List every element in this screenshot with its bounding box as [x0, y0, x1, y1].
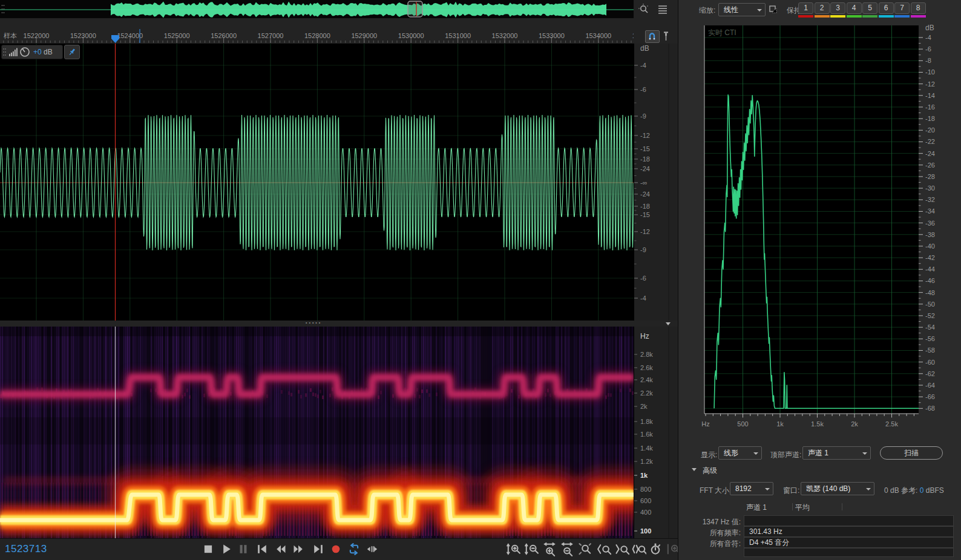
ruler-tick-label: 1534000 [585, 32, 611, 39]
cell-all-frequencies: 301.43 Hz [744, 526, 954, 537]
divider-collapse-icon[interactable] [666, 322, 671, 325]
ruler-tick-label: 1527000 [258, 32, 284, 39]
advanced-section-toggle[interactable]: 高级 [703, 466, 717, 476]
hold-button-3[interactable]: 3 [830, 2, 845, 14]
cell-value-at-freq [744, 515, 954, 526]
skip-end-icon [310, 541, 326, 557]
waveform-view[interactable] [0, 44, 634, 321]
overview-strip[interactable] [0, 0, 634, 18]
timer-button[interactable] [648, 541, 663, 557]
row-label-all-notes: 所有音符: [678, 539, 741, 549]
db-tick-label: -20 [925, 126, 935, 134]
scan-button[interactable]: 扫描 [880, 446, 943, 460]
advanced-chevron-icon[interactable] [692, 468, 697, 471]
play-button[interactable] [218, 541, 234, 557]
hold-button-5[interactable]: 5 [862, 2, 877, 14]
db-scale-label: -6 [640, 86, 646, 93]
skip-end-button[interactable] [310, 541, 326, 557]
hz-scale-label: 2.2k [640, 389, 653, 397]
hz-scale-label: 1.8k [640, 418, 653, 425]
timeline-ruler[interactable]: 样本15220001523000152400015250001526000152… [0, 29, 634, 44]
grip-icon[interactable] [1, 4, 5, 16]
levels-icon[interactable] [8, 47, 19, 57]
stop-button[interactable] [200, 541, 216, 557]
hz-scale-label: 100 [640, 527, 651, 535]
hold-button-7[interactable]: 7 [894, 2, 910, 14]
pause-icon [235, 541, 251, 557]
marker-pin-icon[interactable] [661, 30, 672, 42]
db-scale-label: -4 [640, 295, 646, 302]
db-tick-label: -18 [925, 115, 935, 122]
playhead-handle[interactable] [111, 35, 119, 43]
transport-bar: 1523713 [0, 538, 678, 560]
divider-handle-icon[interactable]: ••••• [306, 321, 322, 325]
zoom-in-horizontal-button[interactable] [542, 541, 557, 557]
snapping-toggle[interactable] [645, 30, 660, 43]
fast-forward-button[interactable] [290, 541, 306, 557]
knob-icon[interactable] [19, 46, 31, 58]
scale-mode-dropdown[interactable]: 线性 [718, 3, 766, 16]
skip-start-icon [254, 541, 270, 557]
hold-button-6[interactable]: 6 [879, 2, 894, 14]
db-tick-label: -64 [925, 382, 935, 389]
skip-start-button[interactable] [254, 541, 270, 557]
spectrogram-view[interactable] [0, 327, 634, 538]
loop-playback-button[interactable] [346, 541, 362, 557]
skip-selection-icon [364, 541, 380, 557]
hold-button-1[interactable]: 1 [798, 2, 813, 14]
display-dropdown[interactable]: 线形 [718, 446, 762, 460]
stop-icon [200, 541, 216, 557]
hold-color-swatch [830, 15, 845, 18]
sample-position-readout[interactable]: 1523713 [5, 543, 47, 555]
db-tick-label: -36 [925, 220, 935, 227]
db-scale-label: -6 [640, 275, 646, 282]
top-channel-dropdown[interactable]: 声道 1 [802, 446, 871, 460]
hold-color-swatch [911, 15, 926, 18]
fast-forward-icon [290, 541, 306, 557]
fft-size-dropdown[interactable]: 8192 [730, 482, 773, 495]
gain-readout[interactable]: +0 dB [33, 48, 53, 56]
panel-menu-icon[interactable] [657, 4, 669, 16]
rewind-button[interactable] [273, 541, 289, 557]
zoom-out-vertical-icon [523, 541, 539, 557]
overlay-channels-icon[interactable] [768, 4, 780, 15]
top-channel-value: 声道 1 [808, 449, 828, 457]
skip-selection-button[interactable] [364, 541, 380, 557]
window-dropdown[interactable]: 凯瑟 (140 dB) [801, 482, 874, 495]
zoom-reset-icon [577, 541, 593, 557]
zoom-reset-icon[interactable] [637, 3, 652, 16]
hz-axis-title: Hz [640, 332, 649, 340]
pause-button[interactable] [235, 541, 251, 557]
ruler-tick-label: 1528000 [304, 32, 330, 39]
pin-hud-button[interactable] [64, 45, 80, 59]
window-label: 窗口: [783, 486, 799, 496]
hold-button-8[interactable]: 8 [911, 2, 926, 14]
top-channel-label: 顶部声道: [770, 450, 801, 460]
zoom-reset-button[interactable] [577, 541, 593, 557]
zoom-out-point-button[interactable] [614, 541, 629, 557]
db-tick-label: -42 [925, 254, 935, 261]
hold-button-4[interactable]: 4 [847, 2, 862, 14]
zoom-out-horizontal-button[interactable] [559, 541, 575, 557]
row-label-all-frequencies: 所有频率: [678, 528, 741, 538]
db-scale-label: -12 [640, 132, 650, 139]
db-tick-label: -32 [925, 196, 935, 203]
chevron-down-icon [862, 452, 867, 455]
zoom-in-vertical-button[interactable] [505, 541, 521, 557]
hz-axis-label: Hz [701, 420, 709, 428]
zoom-in-point-button[interactable] [595, 541, 611, 557]
spectrogram-hz-scale: Hz2.8k2.6k2.4k2.2k2k1.8k1.6k1.4k1.2k1k80… [634, 327, 678, 538]
hold-button-2[interactable]: 2 [815, 2, 830, 14]
db-tick-label: -48 [925, 289, 935, 296]
hz-tick-label: 2.5k [885, 420, 898, 428]
overview-viewport[interactable] [408, 1, 422, 17]
db-tick-label: -66 [925, 393, 935, 400]
zoom-selection-button[interactable] [631, 541, 646, 557]
zoom-out-vertical-button[interactable] [523, 541, 539, 557]
view-divider[interactable]: ••••• [0, 321, 678, 327]
play-icon [218, 541, 234, 557]
db-scale-label: -12 [640, 228, 650, 235]
record-button[interactable] [328, 541, 344, 557]
db-tick-label: -30 [925, 184, 935, 192]
grip-icon[interactable] [2, 46, 8, 58]
